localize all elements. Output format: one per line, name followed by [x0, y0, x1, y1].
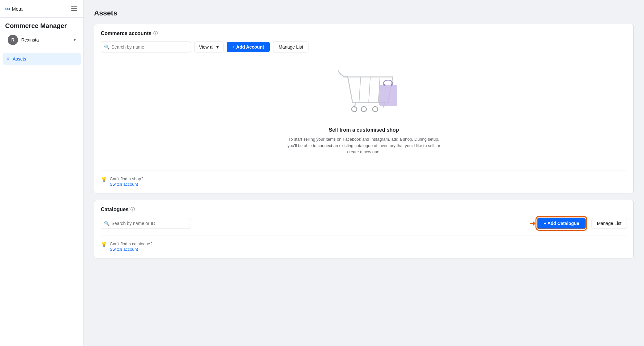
- catalogues-switch-account-link[interactable]: Switch account: [110, 247, 153, 252]
- add-catalogue-button[interactable]: + Add Catalogue: [537, 218, 585, 229]
- catalogues-hint-content: Can't find a catalogue? Switch account: [110, 241, 153, 252]
- commerce-empty-state: Sell from a customised shop To start sel…: [101, 58, 627, 164]
- manage-list-label: Manage List: [279, 44, 303, 50]
- view-all-label: View all: [199, 44, 214, 50]
- view-all-chevron-icon: ▾: [216, 44, 219, 50]
- commerce-hint-row: 💡 Can't find a shop? Switch account: [101, 171, 627, 187]
- sidebar-nav: ≡ Assets: [0, 50, 83, 68]
- catalogues-manage-list-label: Manage List: [597, 221, 621, 226]
- cart-illustration: [328, 64, 399, 122]
- catalogues-search-input[interactable]: [101, 218, 191, 229]
- catalogues-header: Catalogues ⓘ: [101, 207, 627, 212]
- assets-icon: ≡: [6, 56, 9, 62]
- add-catalogue-label: + Add Catalogue: [544, 221, 579, 226]
- svg-line-0: [359, 77, 361, 103]
- commerce-accounts-header: Commerce accounts ⓘ: [101, 31, 627, 36]
- svg-rect-11: [379, 85, 397, 106]
- svg-point-9: [361, 107, 366, 112]
- hamburger-button[interactable]: [70, 5, 78, 12]
- catalogues-info-icon[interactable]: ⓘ: [130, 207, 135, 212]
- catalogues-bulb-icon: 💡: [101, 241, 107, 248]
- catalogues-card: Catalogues ⓘ 🔍 ➜ + Add Catalogue Manage …: [94, 200, 634, 258]
- page-title: Assets: [94, 9, 634, 17]
- commerce-accounts-info-icon[interactable]: ⓘ: [153, 31, 158, 36]
- commerce-accounts-card: Commerce accounts ⓘ 🔍 View all ▾ + Add A…: [94, 24, 634, 193]
- app-title: Commerce Manager: [0, 18, 83, 32]
- account-name: Rexinsta: [21, 37, 71, 42]
- hamburger-line-3: [71, 10, 77, 11]
- sidebar-item-assets[interactable]: ≡ Assets: [3, 53, 81, 65]
- commerce-accounts-title: Commerce accounts: [101, 31, 151, 36]
- catalogues-hint-row: 💡 Can't find a catalogue? Switch account: [101, 236, 627, 252]
- svg-point-10: [373, 107, 378, 112]
- commerce-accounts-toolbar: 🔍 View all ▾ + Add Account Manage List: [101, 42, 627, 52]
- catalogues-title: Catalogues: [101, 207, 128, 212]
- manage-list-button[interactable]: Manage List: [273, 42, 308, 52]
- meta-infinity-icon: ∞: [5, 5, 10, 13]
- meta-logo-text: Meta: [12, 6, 23, 12]
- add-account-button[interactable]: + Add Account: [227, 42, 270, 52]
- view-all-dropdown[interactable]: View all ▾: [194, 42, 223, 52]
- orange-arrow-icon: ➜: [529, 219, 536, 228]
- svg-point-12: [384, 84, 385, 86]
- main-content: Assets Commerce accounts ⓘ 🔍 View all ▾ …: [84, 0, 644, 346]
- catalogues-search-wrapper: 🔍: [101, 218, 191, 229]
- hamburger-line-2: [71, 8, 77, 9]
- commerce-search-input[interactable]: [101, 42, 191, 52]
- commerce-switch-account-link[interactable]: Switch account: [110, 182, 143, 187]
- commerce-hint-text: Can't find a shop?: [110, 176, 143, 181]
- chevron-down-icon: ▾: [74, 38, 76, 42]
- arrow-annotation: ➜ + Add Catalogue: [194, 218, 586, 229]
- commerce-hint-content: Can't find a shop? Switch account: [110, 176, 143, 187]
- empty-state-description: To start selling your items on Facebook …: [283, 136, 444, 155]
- sidebar: ∞ Meta Commerce Manager R Rexinsta ▾ ≡ A…: [0, 0, 84, 346]
- catalogues-manage-list-button[interactable]: Manage List: [592, 218, 627, 229]
- empty-state-title: Sell from a customised shop: [329, 127, 399, 133]
- meta-logo: ∞ Meta: [5, 5, 23, 13]
- sidebar-header: ∞ Meta: [0, 0, 83, 18]
- commerce-search-wrapper: 🔍: [101, 42, 191, 52]
- catalogues-toolbar: 🔍 ➜ + Add Catalogue Manage List: [101, 218, 627, 229]
- bulb-icon: 💡: [101, 176, 107, 182]
- catalogues-hint-text: Can't find a catalogue?: [110, 241, 153, 246]
- avatar: R: [8, 35, 18, 45]
- add-account-label: + Add Account: [232, 44, 264, 50]
- hamburger-line-1: [71, 6, 77, 7]
- sidebar-item-label-assets: Assets: [13, 56, 26, 61]
- account-selector[interactable]: R Rexinsta ▾: [3, 32, 81, 48]
- svg-line-1: [369, 77, 370, 103]
- svg-point-13: [391, 84, 393, 86]
